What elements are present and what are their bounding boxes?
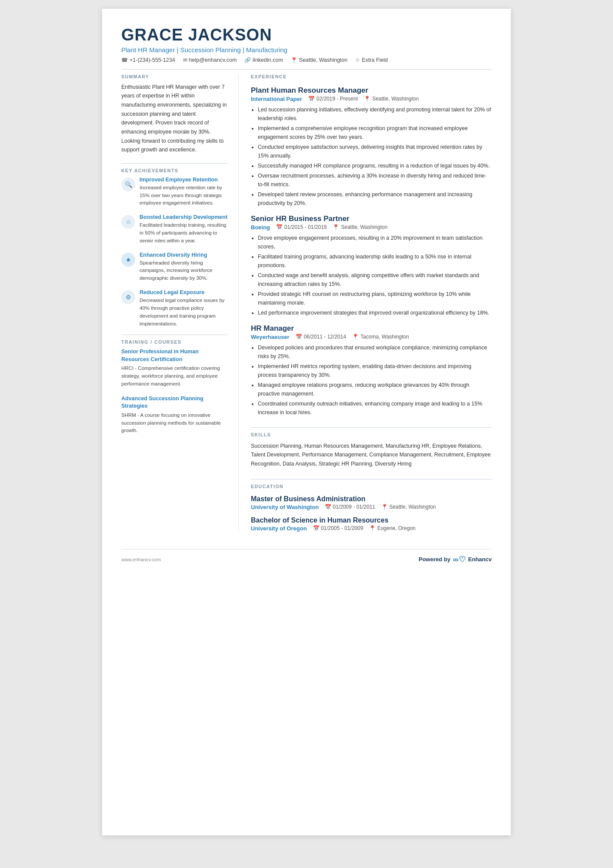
contact-linkedin: 🔗 linkedin.com [244, 57, 283, 63]
edu-date-1: 📅 01/2009 - 01/2011 [325, 504, 375, 510]
bullet-item: Conducted wage and benefit analysis, ali… [258, 271, 492, 288]
job-title-1: Plant Human Resources Manager [251, 86, 492, 95]
calendar-icon-edu2: 📅 [313, 525, 320, 531]
job-location-1: 📍 Seattle, Washington [364, 96, 419, 102]
achievements-label: KEY ACHIEVEMENTS [121, 163, 228, 173]
job-date-1: 📅 02/2019 - Present [308, 96, 358, 102]
training-label: TRAINING / COURSES [121, 335, 228, 345]
bullet-item: Managed employee relations programs, red… [258, 381, 492, 398]
candidate-title: Plant HR Manager | Succession Planning |… [121, 46, 492, 54]
edu-meta-1: University of Washington 📅 01/2009 - 01/… [251, 504, 492, 510]
training-item-2: Advanced Succession Planning Strategies … [121, 395, 228, 435]
location-icon: 📍 [291, 57, 297, 63]
contact-row: ☎ +1-(234)-555-1234 ✉ help@enhancv.com 🔗… [121, 57, 492, 63]
job-company-1: International Paper [251, 96, 302, 102]
training-desc-1: HRCI - Comprehensive certification cover… [121, 365, 228, 388]
bullet-item: Successfully managed HR compliance progr… [258, 161, 492, 170]
contact-phone: ☎ +1-(234)-555-1234 [121, 57, 175, 63]
main-layout: SUMMARY Enthusiastic Plant HR Manager wi… [121, 74, 492, 532]
edu-location-1: 📍 Seattle, Washington [381, 504, 436, 510]
job-bullets-2: Drove employee engagement processes, res… [251, 234, 492, 317]
footer-website: www.enhancv.com [121, 557, 161, 562]
achievement-title-4: Reduced Legal Exposure [140, 289, 228, 295]
achievement-item: ⚙ Reduced Legal Exposure Decreased legal… [121, 289, 228, 328]
achievement-title-3: Enhanced Diversity Hiring [140, 252, 228, 258]
edu-meta-2: University of Oregon 📅 01/2005 - 01/2009… [251, 525, 492, 532]
achievement-icon-2: ☆ [121, 215, 135, 229]
job-date-2: 📅 01/2015 - 01/2019 [276, 224, 326, 230]
calendar-icon-2: 📅 [276, 224, 283, 230]
achievement-desc-3: Spearheaded diversity hiring campaigns, … [140, 259, 228, 282]
bullet-item: Conducted employee satisfaction surveys,… [258, 143, 492, 160]
email-icon: ✉ [183, 57, 187, 63]
header-divider [121, 69, 492, 70]
contact-location: 📍 Seattle, Washington [291, 57, 347, 63]
summary-label: SUMMARY [121, 74, 228, 79]
job-date-3: 📅 06/2011 - 12/2014 [296, 334, 346, 340]
job-meta-2: Boeing 📅 01/2015 - 01/2019 📍 Seattle, Wa… [251, 224, 492, 231]
training-desc-2: SHRM - A course focusing on innovative s… [121, 412, 228, 435]
job-meta-3: Weyerhaeuser 📅 06/2011 - 12/2014 📍 Tacom… [251, 334, 492, 340]
contact-extra: ☆ Extra Field [355, 57, 388, 63]
bullet-item: Facilitated training programs, advancing… [258, 252, 492, 270]
star-icon: ☆ [355, 57, 360, 63]
phone-icon: ☎ [121, 57, 128, 63]
bullet-item: Provided strategic HR counsel on restruc… [258, 290, 492, 307]
achievement-desc-1: Increased employee retention rate by 15%… [140, 184, 228, 207]
bullet-item: Led succession planning initiatives, eff… [258, 105, 492, 123]
job-title-3: HR Manager [251, 324, 492, 333]
achievement-icon-1: 🔍 [121, 178, 135, 191]
bullet-item: Oversaw recruitment processes, achieving… [258, 171, 492, 189]
calendar-icon-edu1: 📅 [325, 504, 331, 510]
edu-date-2: 📅 01/2005 - 01/2009 [313, 525, 363, 531]
job-title-2: Senior HR Business Partner [251, 214, 492, 223]
experience-label: EXPERIENCE [251, 74, 492, 79]
achievement-item: ★ Enhanced Diversity Hiring Spearheaded … [121, 252, 228, 282]
bullet-item: Led performance improvement strategies t… [258, 308, 492, 317]
summary-text: Enthusiastic Plant HR Manager with over … [121, 83, 228, 154]
degree-1: Master of Business Administration [251, 495, 492, 503]
job-location-3: 📍 Tacoma, Washington [352, 334, 409, 340]
skills-label: SKILLS [251, 427, 492, 437]
bullet-item: Developed talent review processes, enhan… [258, 190, 492, 208]
bullet-item: Developed policies and procedures that e… [258, 343, 492, 361]
calendar-icon-1: 📅 [308, 96, 315, 102]
achievement-item: 🔍 Improved Employee Retention Increased … [121, 177, 228, 207]
job-bullets-1: Led succession planning initiatives, eff… [251, 105, 492, 208]
degree-2: Bachelor of Science in Human Resources [251, 516, 492, 524]
school-2: University of Oregon [251, 525, 307, 532]
job-company-3: Weyerhaeuser [251, 334, 290, 340]
resume-page: GRACE JACKSON Plant HR Manager | Success… [102, 9, 511, 835]
training-item-1: Senior Professional in Human Resources C… [121, 348, 228, 388]
location-icon-1: 📍 [364, 96, 370, 102]
location-icon-2: 📍 [333, 224, 339, 230]
achievement-title-2: Boosted Leadership Development [140, 214, 228, 220]
job-location-2: 📍 Seattle, Washington [333, 224, 387, 230]
achievement-item: ☆ Boosted Leadership Development Facilit… [121, 214, 228, 245]
right-column: EXPERIENCE Plant Human Resources Manager… [239, 74, 492, 532]
achievement-icon-3: ★ [121, 253, 135, 267]
enhancv-icon: ∞♡ [453, 555, 466, 564]
job-bullets-3: Developed policies and procedures that e… [251, 343, 492, 417]
linkedin-icon: 🔗 [244, 57, 251, 63]
location-icon-edu1: 📍 [381, 504, 388, 510]
bullet-item: Drove employee engagement processes, res… [258, 234, 492, 251]
skills-text: Succession Planning, Human Resources Man… [251, 442, 492, 469]
bullet-item: Implemented a comprehensive employee rec… [258, 124, 492, 141]
contact-email: ✉ help@enhancv.com [183, 57, 237, 63]
calendar-icon-3: 📅 [296, 334, 302, 340]
bullet-item: Coordinated community outreach initiativ… [258, 399, 492, 417]
job-meta-1: International Paper 📅 02/2019 - Present … [251, 96, 492, 102]
education-label: EDUCATION [251, 479, 492, 489]
footer: www.enhancv.com Powered by ∞♡ Enhancv [121, 549, 492, 564]
brand-name: Enhancv [468, 556, 492, 563]
bullet-item: Implemented HR metrics reporting system,… [258, 362, 492, 379]
achievement-desc-2: Facilitated leadership training, resulti… [140, 221, 228, 245]
powered-by-text: Powered by [419, 556, 450, 563]
edu-location-2: 📍 Eugene, Oregon [369, 525, 415, 531]
achievement-desc-4: Decreased legal compliance issues by 40%… [140, 297, 228, 328]
training-title-1: Senior Professional in Human Resources C… [121, 348, 228, 363]
school-1: University of Washington [251, 504, 319, 510]
header: GRACE JACKSON Plant HR Manager | Success… [121, 26, 492, 63]
enhancv-logo: Powered by ∞♡ Enhancv [419, 555, 492, 564]
